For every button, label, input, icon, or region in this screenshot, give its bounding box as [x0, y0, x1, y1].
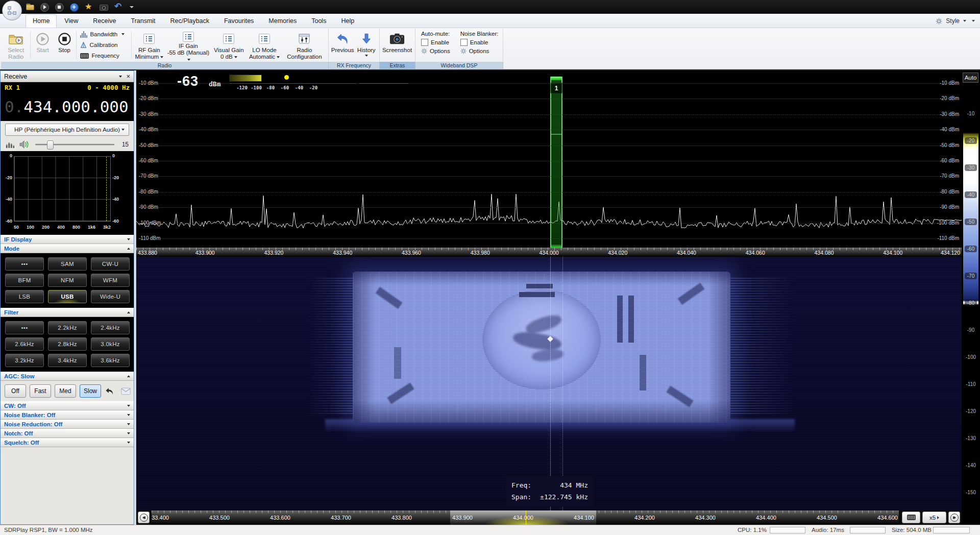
camera-icon[interactable] [100, 3, 109, 11]
frequency-display[interactable]: 0.434.000.000 [1, 92, 134, 121]
filter-button-2-4khz[interactable]: 2.4kHz [91, 321, 130, 334]
mode-button-cw-u[interactable]: CW-U [91, 257, 130, 271]
panel-close-icon[interactable]: × [126, 73, 130, 80]
af-spectrum-graph[interactable]: 00-20-20-40-40-60-60 501002004008001k63k… [1, 151, 134, 235]
chevron-down-icon[interactable] [127, 442, 130, 444]
chevron-down-icon[interactable] [127, 414, 130, 416]
play-icon[interactable] [40, 3, 50, 11]
auto-level-button[interactable]: Auto [963, 72, 978, 83]
chevron-down-icon[interactable] [127, 405, 130, 407]
checkbox-icon[interactable] [460, 39, 468, 46]
stop-icon[interactable] [55, 3, 64, 11]
panel-menu-caret-icon[interactable] [119, 76, 122, 78]
mode-button-lsb[interactable]: LSB [5, 290, 44, 303]
filter-button-3-2khz[interactable]: 3.2kHz [5, 354, 44, 367]
style-menu[interactable]: Style [946, 17, 960, 25]
auto-mute-options-button[interactable]: Options [421, 48, 450, 54]
noise-blanker-options-button[interactable]: Options [460, 48, 499, 54]
level-gradient-bar[interactable] [963, 87, 978, 510]
tab-transmit[interactable]: Transmit [124, 14, 162, 28]
tab-receive[interactable]: Receive [86, 14, 123, 28]
mode-button-usb[interactable]: USB [48, 290, 87, 303]
spectrum-frequency-axis[interactable]: 433.880433.900433.920433.940433.960433.9… [136, 248, 962, 257]
ribbon-collapse-caret-icon[interactable] [972, 20, 975, 22]
auto-mute-enable-checkbox[interactable]: Enable [421, 39, 450, 46]
speaker-icon[interactable] [19, 140, 30, 149]
bandwidth-button[interactable]: Bandwidth [80, 30, 128, 39]
agc-button-slow[interactable]: Slow [80, 384, 101, 398]
style-caret-icon[interactable] [963, 20, 966, 22]
section-header-if-display[interactable]: IF Display [1, 235, 134, 244]
band-scroll-right-button[interactable] [948, 512, 960, 523]
zoom-button[interactable]: x5 [922, 512, 946, 523]
calibration-button[interactable]: Calibration [80, 41, 128, 50]
mode-button-nfm[interactable]: NFM [48, 274, 87, 287]
keyboard-entry-button[interactable] [902, 512, 920, 523]
history-button[interactable]: History [355, 29, 378, 61]
filter-button-2-6khz[interactable]: 2.6kHz [5, 337, 44, 351]
mode-button-bfm[interactable]: BFM [5, 274, 44, 287]
chevron-down-icon[interactable] [127, 432, 130, 434]
tab-memories[interactable]: Memories [261, 14, 304, 28]
frequency-button[interactable]: Frequency [80, 52, 128, 60]
mode-button-dots[interactable]: ••• [5, 257, 44, 271]
undo-icon[interactable] [114, 3, 124, 11]
visual-gain-button[interactable]: Visual Gain 0 dB [211, 29, 247, 61]
passband-edge-line[interactable] [562, 257, 563, 510]
tuning-line[interactable] [550, 257, 551, 510]
waterfall-display[interactable]: Freq:434 MHz Span:±122.745 kHz [136, 257, 962, 510]
style-gear-icon[interactable] [936, 18, 942, 25]
section-header-cw-off[interactable]: CW: Off [1, 401, 134, 410]
tab-help[interactable]: Help [334, 14, 361, 28]
volume-slider-thumb[interactable] [47, 140, 54, 150]
agc-envelope-icon[interactable] [121, 387, 131, 395]
band-scroll-left-button[interactable] [138, 512, 150, 523]
agc-button-med[interactable]: Med [55, 384, 76, 398]
if-gain-button[interactable]: IF Gain -55 dB (Manual) [165, 29, 211, 61]
band-scroll-strip[interactable]: 433.400433.500433.600433.700433.800433.9… [152, 510, 899, 525]
caret-icon[interactable] [129, 3, 134, 11]
section-header-squelch-off[interactable]: Squelch: Off [1, 438, 134, 447]
section-header-noise-blanker-off[interactable]: Noise Blanker: Off [1, 410, 134, 420]
star-icon[interactable] [85, 3, 94, 11]
start-button[interactable]: Start [32, 29, 54, 61]
application-menu-button[interactable] [2, 1, 22, 20]
tuned-passband-marker[interactable]: 1 [550, 77, 562, 248]
receive-panel-header[interactable]: Receive × [1, 71, 134, 82]
folder-icon[interactable] [26, 3, 35, 11]
filter-button-2-2khz[interactable]: 2.2kHz [48, 321, 87, 334]
section-header-noise-reduction-off[interactable]: Noise Reduction: Off [1, 420, 134, 429]
tab-tools[interactable]: Tools [304, 14, 333, 28]
chevron-up-icon[interactable] [127, 375, 130, 377]
add-icon[interactable] [70, 3, 79, 11]
radio-configuration-button[interactable]: Radio Configuration [282, 29, 327, 61]
mode-button-wide-u[interactable]: Wide-U [91, 290, 130, 303]
volume-slider[interactable] [35, 140, 114, 149]
previous-button[interactable]: Previous [330, 29, 355, 61]
tab-view[interactable]: View [57, 14, 85, 28]
filter-button-3-0khz[interactable]: 3.0kHz [91, 337, 130, 351]
section-header-filter[interactable]: Filter [1, 308, 134, 317]
filter-button-2-8khz[interactable]: 2.8kHz [48, 337, 87, 351]
tab-home[interactable]: Home [26, 14, 57, 28]
screenshot-button[interactable]: Screenshot [381, 29, 413, 61]
section-header-agc[interactable]: AGC: Slow [1, 372, 134, 381]
filter-button-dots[interactable]: ••• [5, 321, 44, 334]
mode-button-sam[interactable]: SAM [48, 257, 87, 271]
tab-rec-playback[interactable]: Rec/Playback [163, 14, 216, 28]
agc-undo-icon[interactable] [105, 386, 114, 396]
agc-button-fast[interactable]: Fast [30, 384, 51, 398]
chevron-down-icon[interactable] [127, 238, 130, 240]
section-header-notch-off[interactable]: Notch: Off [1, 429, 134, 438]
chevron-up-icon[interactable] [127, 311, 130, 313]
chevron-down-icon[interactable] [127, 423, 130, 425]
spectrum-display[interactable]: 1 -63 dBm -120-100-80-60-40-20 -10 dBm-1… [136, 70, 962, 248]
agc-button-off[interactable]: Off [5, 384, 26, 398]
mode-button-wfm[interactable]: WFM [91, 274, 130, 287]
audio-device-select[interactable]: HP (Périphérique High Definition Audio) [5, 124, 129, 136]
filter-button-3-4khz[interactable]: 3.4kHz [48, 354, 87, 367]
lo-mode-button[interactable]: LO Mode Automatic [247, 29, 282, 61]
tab-favourites[interactable]: Favourites [217, 14, 261, 28]
chevron-up-icon[interactable] [127, 248, 130, 250]
stop-button[interactable]: Stop [54, 29, 76, 61]
